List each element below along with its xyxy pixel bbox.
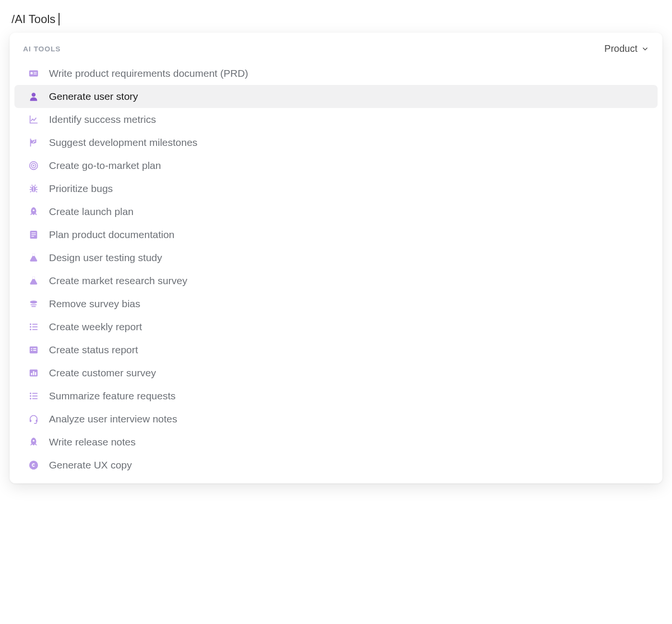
svg-rect-21	[31, 304, 37, 305]
tool-item-create-weekly-report[interactable]: Create weekly report	[14, 315, 658, 338]
svg-rect-31	[33, 348, 36, 349]
svg-rect-17	[31, 236, 34, 237]
tool-label: Generate UX copy	[49, 459, 132, 471]
list-icon	[28, 390, 39, 402]
tool-item-suggest-milestones[interactable]: Suggest development milestones	[14, 131, 658, 154]
tool-item-create-customer-survey[interactable]: Create customer survey	[14, 361, 658, 384]
svg-point-10	[33, 165, 35, 167]
svg-rect-1	[31, 72, 33, 74]
svg-rect-32	[31, 350, 33, 351]
user-icon	[28, 91, 39, 102]
balance-icon	[28, 298, 39, 310]
svg-point-42	[30, 398, 31, 399]
tool-label: Suggest development milestones	[49, 137, 197, 148]
svg-rect-5	[32, 140, 33, 141]
flask-icon	[28, 275, 39, 287]
svg-rect-15	[31, 232, 36, 233]
svg-point-13	[33, 209, 35, 211]
list-icon	[28, 321, 39, 333]
filter-label: Product	[604, 43, 637, 54]
tool-label: Create go-to-market plan	[49, 160, 161, 171]
copyright-icon	[28, 459, 39, 471]
line-chart-icon	[28, 114, 39, 125]
popup-header: AI TOOLS Product	[10, 41, 662, 58]
bug-icon	[28, 183, 39, 194]
svg-point-46	[33, 440, 35, 442]
tool-item-remove-survey-bias[interactable]: Remove survey bias	[14, 292, 658, 315]
svg-point-4	[32, 93, 36, 96]
text-cursor	[59, 13, 60, 25]
tool-label: Analyze user interview notes	[49, 413, 177, 425]
svg-rect-7	[33, 142, 34, 143]
tool-label: Remove survey bias	[49, 298, 140, 310]
tool-label: Plan product documentation	[49, 229, 175, 240]
id-card-icon	[28, 68, 39, 79]
filter-dropdown[interactable]: Product	[604, 43, 649, 54]
svg-point-47	[29, 461, 38, 469]
ai-tools-popup: AI TOOLS Product Write product requireme…	[10, 33, 662, 483]
tool-item-prioritize-bugs[interactable]: Prioritize bugs	[14, 177, 658, 200]
tool-label: Write release notes	[49, 436, 136, 448]
svg-point-25	[30, 326, 31, 327]
tool-label: Create customer survey	[49, 367, 156, 379]
svg-point-27	[30, 329, 31, 330]
tool-item-analyze-interview-notes[interactable]: Analyze user interview notes	[14, 408, 658, 431]
svg-point-23	[30, 324, 31, 325]
svg-rect-45	[36, 420, 38, 422]
rocket-icon	[28, 436, 39, 448]
command-input[interactable]: /AI Tools	[10, 10, 662, 33]
tool-label: Design user testing study	[49, 252, 162, 264]
section-title: AI TOOLS	[23, 45, 61, 53]
tool-label: Create launch plan	[49, 206, 133, 217]
svg-rect-0	[29, 71, 38, 77]
chevron-down-icon	[641, 45, 649, 53]
svg-rect-39	[32, 393, 37, 394]
tool-item-write-release-notes[interactable]: Write release notes	[14, 431, 658, 454]
svg-rect-28	[32, 329, 37, 330]
tool-label: Identify success metrics	[49, 114, 156, 125]
tool-item-market-research-survey[interactable]: Create market research survey	[14, 269, 658, 292]
tool-label: Generate user story	[49, 91, 138, 102]
tool-label: Create status report	[49, 344, 138, 356]
svg-rect-37	[35, 372, 36, 375]
command-text: /AI Tools	[12, 12, 56, 26]
flag-checkered-icon	[28, 137, 39, 148]
flask-icon	[28, 252, 39, 264]
bar-chart-icon	[28, 367, 39, 379]
svg-rect-16	[31, 234, 36, 235]
svg-rect-36	[33, 371, 35, 375]
rocket-icon	[28, 206, 39, 217]
svg-rect-33	[33, 350, 36, 351]
svg-rect-19	[32, 277, 35, 279]
svg-rect-24	[32, 324, 37, 324]
tool-label: Prioritize bugs	[49, 183, 113, 194]
svg-rect-3	[34, 73, 36, 74]
tool-item-identify-success-metrics[interactable]: Identify success metrics	[14, 108, 658, 131]
tool-item-create-gtm-plan[interactable]: Create go-to-market plan	[14, 154, 658, 177]
svg-rect-35	[31, 373, 33, 375]
tool-item-generate-ux-copy[interactable]: Generate UX copy	[14, 454, 658, 477]
svg-rect-44	[30, 420, 32, 422]
form-icon	[28, 344, 39, 356]
svg-point-38	[30, 393, 31, 394]
svg-rect-41	[32, 396, 37, 396]
tool-label: Create market research survey	[49, 275, 187, 287]
tool-item-summarize-feature-requests[interactable]: Summarize feature requests	[14, 384, 658, 408]
tool-item-create-launch-plan[interactable]: Create launch plan	[14, 200, 658, 223]
book-icon	[28, 229, 39, 240]
tool-item-generate-user-story[interactable]: Generate user story	[14, 85, 658, 108]
tool-label: Write product requirements document (PRD…	[49, 68, 248, 79]
svg-rect-22	[31, 306, 36, 307]
tool-item-design-user-testing[interactable]: Design user testing study	[14, 246, 658, 269]
svg-rect-26	[32, 326, 37, 327]
tool-item-create-status-report[interactable]: Create status report	[14, 338, 658, 361]
tool-list: Write product requirements document (PRD…	[10, 62, 662, 477]
svg-rect-2	[34, 72, 36, 72]
svg-rect-43	[32, 398, 37, 399]
svg-point-40	[30, 395, 31, 396]
svg-rect-18	[32, 254, 35, 256]
tool-item-plan-documentation[interactable]: Plan product documentation	[14, 223, 658, 246]
tool-item-write-prd[interactable]: Write product requirements document (PRD…	[14, 62, 658, 85]
svg-point-20	[30, 300, 37, 303]
svg-rect-6	[34, 141, 35, 142]
